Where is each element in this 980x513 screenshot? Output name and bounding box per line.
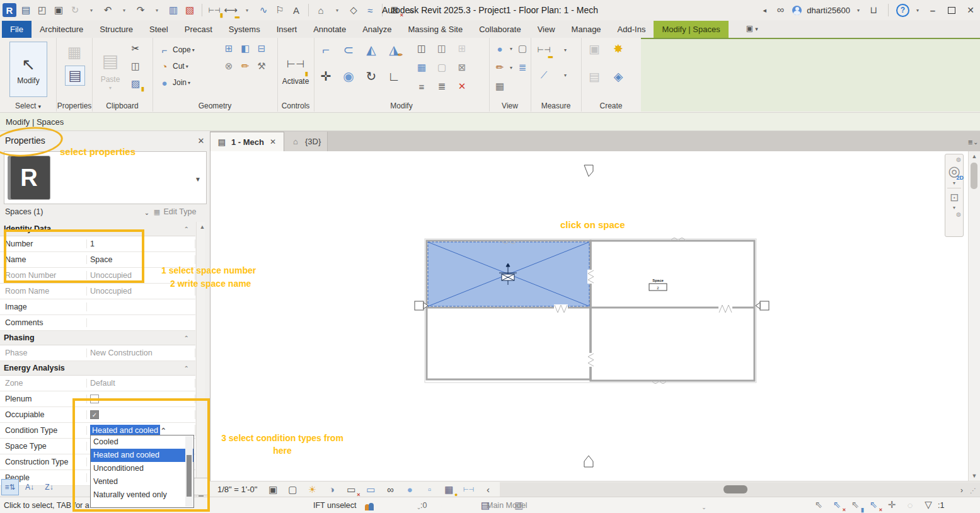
- edit-type-button[interactable]: ▦ Edit Type: [153, 207, 196, 217]
- dropdown-option-vented[interactable]: Vented: [91, 475, 193, 488]
- create-group-icon[interactable]: ◈: [611, 69, 625, 83]
- crop-view-icon[interactable]: ▭×: [344, 483, 358, 497]
- ribbon-tab-file[interactable]: File: [2, 21, 32, 38]
- user-dropdown-icon[interactable]: ▾: [855, 3, 862, 17]
- sort-ascending-icon[interactable]: A↓: [21, 479, 38, 495]
- property-row-phase[interactable]: PhaseNew Construction: [0, 345, 195, 361]
- reveal-constraints-icon[interactable]: ⊢⊣: [461, 483, 475, 497]
- section-collapse-icon[interactable]: ⌃: [184, 226, 189, 233]
- ribbon-tab-systems[interactable]: Systems: [221, 21, 268, 38]
- print-icon[interactable]: ▥: [166, 3, 180, 17]
- join-icon[interactable]: ●: [158, 76, 171, 89]
- measure-panel-label[interactable]: Measure: [531, 101, 581, 110]
- mirror-draw-axis-icon[interactable]: ◮✏: [387, 43, 401, 57]
- measure-dropdown-2-icon[interactable]: ▾: [558, 68, 572, 82]
- minimize-button[interactable]: –: [926, 3, 940, 17]
- redo-dropdown-icon[interactable]: ▾: [150, 3, 164, 17]
- sync-icon[interactable]: ↻: [68, 3, 82, 17]
- property-value[interactable]: Unoccupied: [87, 287, 195, 296]
- create-panels-icon[interactable]: ▤: [587, 69, 601, 83]
- unjoin-icon[interactable]: ⊗: [222, 59, 236, 73]
- join-tool[interactable]: ●Join▾: [158, 74, 197, 91]
- zoom-dropdown-icon[interactable]: ▾: [950, 204, 958, 210]
- open-icon[interactable]: ◰: [35, 3, 49, 17]
- undo-dropdown-icon[interactable]: ▾: [117, 3, 131, 17]
- select-underlay-icon[interactable]: ⇖×: [830, 498, 844, 512]
- close-button[interactable]: ✕: [964, 3, 977, 17]
- paint-icon[interactable]: ✏: [238, 59, 252, 73]
- delete-icon[interactable]: ✕: [455, 79, 469, 93]
- type-properties-icon[interactable]: ▦: [65, 43, 84, 62]
- demolish-icon[interactable]: ⚒: [255, 59, 268, 73]
- dropdown-option-unconditioned[interactable]: Unconditioned: [91, 462, 193, 475]
- property-row-number[interactable]: Number1: [0, 236, 195, 252]
- default-3d-view-icon[interactable]: ⌂: [314, 3, 328, 17]
- background-process-icon[interactable]: ◌: [903, 498, 917, 512]
- section-identity-data[interactable]: Identity Data⌃: [0, 222, 195, 236]
- modify-tool-button[interactable]: ↖ Modify: [9, 42, 47, 97]
- ribbon-tab-analyze[interactable]: Analyze: [354, 21, 400, 38]
- aligned-dimension-icon[interactable]: ⟷▂: [224, 3, 238, 17]
- worksharing-display-icon[interactable]: ▦●: [442, 483, 456, 497]
- canvas-vertical-scrollbar[interactable]: ▲ ▼: [968, 151, 980, 481]
- select-links-icon[interactable]: ⇖: [812, 498, 826, 512]
- beam-joins-icon[interactable]: ◧: [238, 42, 252, 55]
- tag-by-category-icon[interactable]: ⚐: [273, 3, 287, 17]
- section-energy-analysis[interactable]: Energy Analysis⌃: [0, 361, 195, 376]
- sort-descending-icon[interactable]: Z↓: [40, 479, 58, 495]
- recent-documents-icon[interactable]: ▤: [19, 3, 33, 17]
- checkbox-plenum[interactable]: [90, 395, 99, 403]
- cut-dropdown-icon[interactable]: ▾: [186, 64, 191, 69]
- section-collapse-icon[interactable]: ⌃: [184, 335, 189, 342]
- activate-controls-button[interactable]: ⊢⊣▮ Activate: [281, 43, 310, 95]
- close-view-tab-icon[interactable]: ✕: [268, 137, 277, 146]
- viewbar-collapse-icon[interactable]: ‹: [481, 483, 495, 497]
- view-panel-label[interactable]: View: [489, 101, 531, 110]
- detail-level-icon[interactable]: ▢: [285, 483, 299, 497]
- create-parts-icon[interactable]: ▣: [587, 42, 601, 55]
- property-row-room-name[interactable]: Room NameUnoccupied: [0, 284, 195, 299]
- signed-in-user[interactable]: dharti25600: [807, 6, 850, 15]
- select-pinned-icon[interactable]: ⇖▮: [848, 498, 862, 512]
- sort-default-icon[interactable]: ≡⇅: [1, 479, 19, 495]
- crop-region-visibility-icon[interactable]: ▭: [364, 483, 378, 497]
- dropdown-scrollbar[interactable]: [185, 436, 193, 507]
- geometry-panel-label[interactable]: Geometry: [153, 101, 277, 110]
- dropdown-option-naturally-vented-only[interactable]: Naturally vented only: [91, 488, 193, 502]
- elevation-marker-top[interactable]: [584, 165, 593, 176]
- scroll-up-icon[interactable]: ▲: [969, 151, 980, 161]
- wall-joins-icon[interactable]: ⊞: [222, 42, 236, 55]
- cut-tool[interactable]: ◔Cut▾: [158, 58, 197, 74]
- trim-extend-icon[interactable]: ∟: [387, 69, 401, 83]
- view-tab-3d[interactable]: ⌂ {3D}: [284, 132, 328, 151]
- properties-panel-label[interactable]: Properties: [57, 101, 92, 110]
- camera-icon[interactable]: ▦: [493, 79, 507, 93]
- property-row-name[interactable]: NameSpace: [0, 252, 195, 268]
- measure-icon[interactable]: ⊢⊣▮: [207, 3, 221, 17]
- dropdown-option-cooled[interactable]: Cooled: [91, 435, 193, 449]
- ribbon-tab-view[interactable]: View: [529, 21, 563, 38]
- sun-path-icon[interactable]: ☀: [305, 483, 319, 497]
- spline-icon[interactable]: ∿: [257, 3, 270, 17]
- ribbon-tab-architecture[interactable]: Architecture: [32, 21, 91, 38]
- canvas-horizontal-scrollbar[interactable]: › ⋰: [500, 482, 980, 497]
- dimension-dropdown-icon[interactable]: ▾: [240, 3, 254, 17]
- property-value[interactable]: Unoccupied: [87, 271, 195, 280]
- property-value[interactable]: Space: [87, 255, 195, 264]
- cut-icon[interactable]: ◔: [158, 59, 171, 73]
- property-row-zone[interactable]: ZoneDefault: [0, 376, 195, 391]
- app-store-cart-icon[interactable]: ⊔: [867, 3, 880, 17]
- space-tag[interactable]: Space 2: [649, 279, 667, 291]
- properties-scrollbar[interactable]: ▲: [196, 222, 205, 513]
- sync-dropdown-icon[interactable]: ▾: [84, 3, 98, 17]
- close-inactive-views-icon[interactable]: ⊠×: [388, 3, 401, 17]
- offset-copy-icon[interactable]: ⊟: [255, 42, 268, 55]
- create-assembly-icon[interactable]: ✸: [611, 42, 625, 55]
- view-scale[interactable]: 1/8" = 1'-0": [210, 485, 266, 494]
- drawing-area[interactable]: Space 2: [210, 151, 968, 481]
- ribbon-display-toggle[interactable]: ▣ ▾: [746, 20, 758, 38]
- property-value[interactable]: [87, 395, 195, 403]
- dropdown-option-heated-and-cooled[interactable]: Heated and cooled: [91, 449, 193, 462]
- design-option-value[interactable]: Main Model: [487, 501, 527, 510]
- selection-summary[interactable]: Spaces (1): [5, 207, 43, 216]
